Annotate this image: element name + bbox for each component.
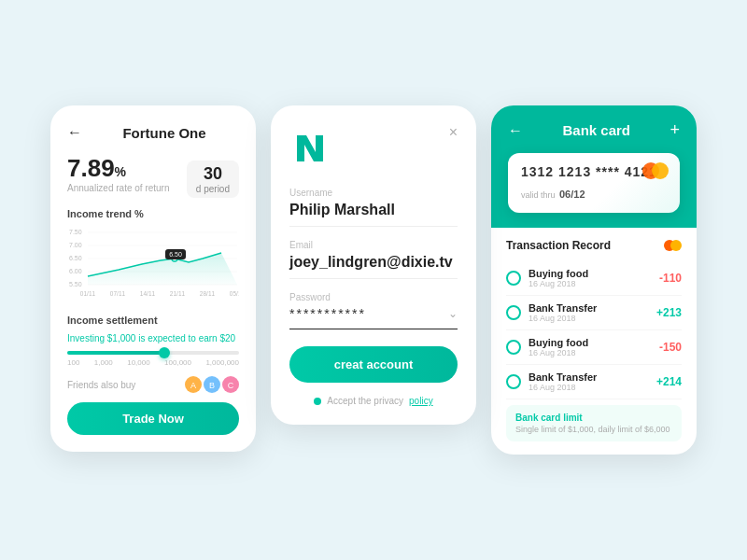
table-row: Bank Transfer 16 Aug 2018 +214 — [506, 365, 682, 399]
tx-amount: -150 — [659, 341, 682, 354]
tx-name: Bank Transfer — [529, 371, 656, 383]
trade-now-button[interactable]: Trade Now — [67, 402, 239, 435]
svg-text:07/11: 07/11 — [110, 290, 126, 297]
bank-card-title: Bank card — [523, 122, 669, 138]
investing-text: Investing $1,000 is expected to earn $20 — [67, 333, 239, 343]
income-slider[interactable]: 1001,00010,000100,0001,000,000 — [67, 351, 239, 367]
email-label: Email — [289, 240, 458, 250]
svg-text:7.00: 7.00 — [69, 242, 82, 248]
svg-text:5.50: 5.50 — [69, 281, 82, 287]
svg-text:28/11: 28/11 — [200, 290, 216, 297]
tx-name: Bank Transfer — [529, 302, 656, 314]
tx-name: Buying food — [529, 268, 659, 279]
bank-card-visual: 1312 1213 **** 4121 valid thru 06/12 — [508, 153, 680, 213]
rate-pct: % — [115, 164, 126, 179]
privacy-dot-icon — [314, 398, 321, 405]
tx-amount: +214 — [656, 375, 682, 388]
policy-link[interactable]: policy — [409, 396, 433, 406]
n-logo — [289, 128, 458, 173]
income-chart: 7.50 7.00 6.50 6.00 5.50 — [67, 225, 239, 303]
username-label: Username — [289, 188, 458, 198]
tx-date: 16 Aug 2018 — [529, 314, 656, 323]
tx-info: Bank Transfer 16 Aug 2018 — [529, 371, 656, 392]
income-settlement-title: Income settlement — [67, 315, 239, 326]
bank-card-panel: ← Bank card + 1312 1213 **** 4121 valid … — [491, 105, 697, 455]
card1-title: Fortune One — [90, 125, 239, 141]
rate-value: 7.89 — [67, 154, 115, 182]
username-value: Philip Marshall — [289, 202, 458, 227]
close-button[interactable]: × — [449, 124, 458, 141]
create-account-button[interactable]: creat account — [289, 346, 458, 383]
tx-date: 16 Aug 2018 — [529, 279, 659, 288]
mastercard-small-icon — [664, 240, 682, 251]
mastercard-icon — [642, 162, 669, 179]
period-badge: 30 d period — [187, 161, 239, 198]
password-dots[interactable]: *********** — [289, 306, 448, 321]
bank-card-header: ← Bank card + 1312 1213 **** 4121 valid … — [491, 105, 697, 228]
bank-limit-text: Single limit of $1,000, daily limit of $… — [515, 425, 672, 434]
svg-text:6.50: 6.50 — [169, 251, 182, 258]
transaction-body: Transaction Record Buying food 16 Aug 20… — [491, 228, 697, 455]
income-trend-title: Income trend % — [67, 208, 239, 219]
privacy-row: Accept the privacy policy — [289, 396, 458, 406]
table-row: Bank Transfer 16 Aug 2018 +213 — [506, 296, 682, 330]
tx-name: Buying food — [529, 337, 659, 348]
add-card-icon[interactable]: + — [669, 120, 680, 140]
tx-icon — [506, 374, 521, 389]
table-row: Buying food 16 Aug 2018 -150 — [506, 330, 682, 365]
email-value: joey_lindgren@dixie.tv — [289, 254, 458, 279]
bank-limit-box: Bank card limit Single limit of $1,000, … — [506, 405, 682, 441]
tx-amount: -110 — [659, 272, 682, 285]
valid-thru-label: valid thru — [521, 190, 556, 200]
bank-back-arrow-icon[interactable]: ← — [508, 122, 523, 139]
slider-labels: 1001,00010,000100,0001,000,000 — [67, 358, 239, 367]
rate-display: 7.89% Annualized rate of return — [67, 154, 170, 204]
back-arrow-icon[interactable]: ← — [67, 124, 82, 141]
fortune-one-card: ← Fortune One 7.89% Annualized rate of r… — [50, 105, 256, 452]
svg-text:21/11: 21/11 — [170, 290, 186, 297]
period-label: d period — [196, 184, 230, 194]
privacy-text: Accept the privacy — [327, 396, 403, 406]
svg-text:C: C — [228, 381, 234, 390]
password-label: Password — [289, 292, 458, 302]
tx-icon — [506, 340, 521, 355]
transaction-title: Transaction Record — [506, 239, 611, 252]
card1-header: ← Fortune One — [67, 124, 239, 141]
card-expiry: 06/12 — [559, 189, 585, 200]
svg-text:6.00: 6.00 — [69, 268, 82, 274]
period-num: 30 — [196, 164, 230, 184]
tx-info: Buying food 16 Aug 2018 — [529, 337, 659, 357]
tx-info: Bank Transfer 16 Aug 2018 — [529, 302, 656, 323]
table-row: Buying food 16 Aug 2018 -110 — [506, 261, 682, 296]
svg-text:05/12: 05/12 — [230, 290, 239, 297]
friends-row: Friends also buy A B C — [67, 376, 239, 393]
transaction-header: Transaction Record — [506, 239, 682, 252]
svg-text:7.50: 7.50 — [69, 229, 82, 235]
bank-limit-title: Bank card limit — [515, 413, 672, 423]
tx-date: 16 Aug 2018 — [529, 348, 659, 357]
tx-icon — [506, 271, 521, 286]
tx-amount: +213 — [656, 306, 682, 319]
create-account-card: × Username Philip Marshall Email joey_li… — [271, 105, 476, 425]
eye-icon[interactable]: ⌄ — [448, 307, 458, 320]
avatars: A B C — [185, 376, 239, 393]
svg-text:14/11: 14/11 — [140, 290, 156, 297]
password-row: *********** ⌄ — [289, 306, 458, 329]
tx-icon — [506, 305, 521, 320]
svg-text:01/11: 01/11 — [80, 290, 96, 297]
tx-date: 16 Aug 2018 — [529, 383, 656, 392]
tx-info: Buying food 16 Aug 2018 — [529, 268, 659, 288]
rate-subtitle: Annualized rate of return — [67, 183, 170, 193]
svg-text:A: A — [190, 381, 196, 390]
friends-label: Friends also buy — [67, 380, 135, 390]
svg-text:B: B — [209, 381, 215, 390]
rate-row: 7.89% Annualized rate of return 30 d per… — [67, 154, 239, 204]
svg-text:6.50: 6.50 — [69, 255, 82, 261]
